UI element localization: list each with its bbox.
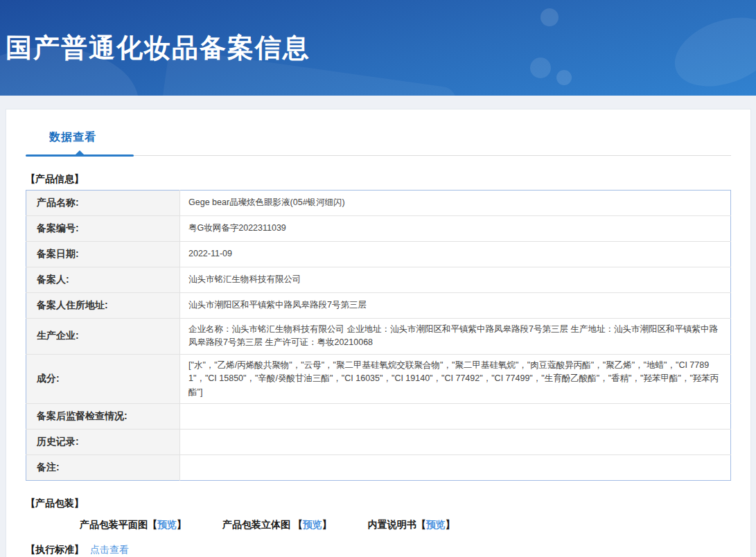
page-title: 国产普通化妆品备案信息 xyxy=(6,30,310,66)
field-label: 备案后监督检查情况: xyxy=(26,403,180,429)
preview-link-manual[interactable]: 预览 xyxy=(426,519,446,530)
field-label: 备案日期: xyxy=(26,242,180,267)
field-label: 备案人: xyxy=(26,267,180,293)
field-value: 汕头市潮阳区和平镇紫中路凤皋路段7号第三层 xyxy=(180,293,731,319)
field-label: 成分: xyxy=(26,354,180,403)
field-label: 备案人住所地址: xyxy=(26,293,180,319)
product-info-table: 产品名称: Gege bear晶璨炫色眼影液(05#银河细闪) 备案编号: 粤G… xyxy=(26,190,731,481)
section-product-info-title: 【产品信息】 xyxy=(26,173,731,186)
packaging-item-label: 内置说明书 xyxy=(368,519,416,530)
standard-view-link[interactable]: 点击查看 xyxy=(90,544,129,555)
table-row: 历史记录: xyxy=(26,429,731,454)
packaging-item-manual: 内置说明书【预览】 xyxy=(368,519,455,531)
field-value xyxy=(180,454,731,480)
table-row: 备案后监督检查情况: xyxy=(26,403,731,429)
packaging-item-label: 产品包装立体图 xyxy=(222,519,293,530)
table-row: 产品名称: Gege bear晶璨炫色眼影液(05#银河细闪) xyxy=(26,191,731,216)
field-label: 备案编号: xyxy=(26,216,180,242)
table-row: 备案日期: 2022-11-09 xyxy=(26,242,731,267)
standard-row: 【执行标准】点击查看 xyxy=(26,544,731,556)
field-value: 粤G妆网备字2022311039 xyxy=(180,216,731,242)
table-row: 成分: ["水"，"乙烯/丙烯酸共聚物"，"云母"，"聚二甲基硅氧烷交联聚合物"… xyxy=(26,354,731,403)
field-label: 备注: xyxy=(26,454,180,480)
field-value xyxy=(180,403,731,429)
bracket-close: 】 xyxy=(446,519,455,530)
banner-decoration xyxy=(530,58,551,78)
field-value: 企业名称：汕头市铭汇生物科技有限公司 企业地址：汕头市潮阳区和平镇紫中路凤皋路段… xyxy=(180,319,731,355)
banner-decoration xyxy=(556,70,572,85)
table-row: 备案人住所地址: 汕头市潮阳区和平镇紫中路凤皋路段7号第三层 xyxy=(26,293,731,319)
bracket-close: 】 xyxy=(177,519,186,530)
table-row: 备注: xyxy=(26,454,731,480)
page-banner: 国产普通化妆品备案信息 xyxy=(0,0,756,96)
field-value: Gege bear晶璨炫色眼影液(05#银河细闪) xyxy=(180,191,731,216)
tab-bar: 数据查看 xyxy=(26,130,731,157)
table-row: 备案人: 汕头市铭汇生物科技有限公司 xyxy=(26,267,731,293)
table-row: 生产企业: 企业名称：汕头市铭汇生物科技有限公司 企业地址：汕头市潮阳区和平镇紫… xyxy=(26,319,731,355)
content-card: 数据查看 【产品信息】 产品名称: Gege bear晶璨炫色眼影液(05#银河… xyxy=(6,109,751,557)
banner-decoration xyxy=(540,8,559,26)
bracket-close: 】 xyxy=(322,519,332,530)
bracket-open: 【 xyxy=(148,519,157,530)
standard-label: 【执行标准】 xyxy=(26,544,84,555)
packaging-item-3d: 产品包装立体图 【预览】 xyxy=(222,519,332,531)
field-value: ["水"，"乙烯/丙烯酸共聚物"，"云母"，"聚二甲基硅氧烷交联聚合物"，"聚二… xyxy=(180,354,731,403)
field-value: 汕头市铭汇生物科技有限公司 xyxy=(180,267,731,293)
field-label: 生产企业: xyxy=(26,319,180,355)
field-label: 历史记录: xyxy=(26,429,180,454)
tab-underline xyxy=(26,154,731,157)
table-row: 备案编号: 粤G妆网备字2022311039 xyxy=(26,216,731,242)
preview-link-flat[interactable]: 预览 xyxy=(157,519,177,530)
field-label: 产品名称: xyxy=(26,191,180,216)
banner-decoration xyxy=(665,5,756,96)
bracket-open: 【 xyxy=(416,519,426,530)
bracket-open: 【 xyxy=(293,519,303,530)
packaging-item-flat: 产品包装平面图【预览】 xyxy=(80,519,186,531)
active-tab-arrow-icon xyxy=(75,150,85,155)
field-value xyxy=(180,429,731,454)
section-packaging-title: 【产品包装】 xyxy=(26,497,731,510)
packaging-links-row: 产品包装平面图【预览】 产品包装立体图 【预览】 内置说明书【预览】 xyxy=(26,519,731,531)
field-value: 2022-11-09 xyxy=(180,242,731,267)
tab-data-view[interactable]: 数据查看 xyxy=(49,130,96,154)
packaging-item-label: 产品包装平面图 xyxy=(80,519,148,530)
preview-link-3d[interactable]: 预览 xyxy=(303,519,322,530)
